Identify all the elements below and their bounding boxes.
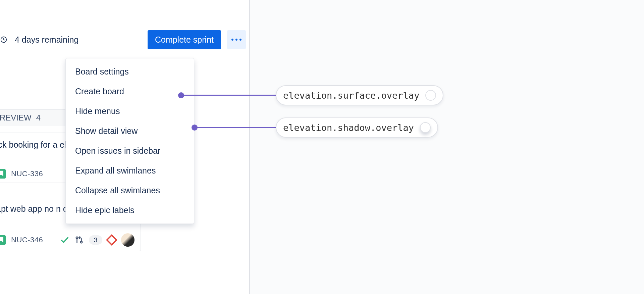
days-remaining: 4 days remaining bbox=[15, 35, 78, 45]
annotation-pointer-surface bbox=[181, 95, 276, 96]
menu-item-hide-menus[interactable]: Hide menus bbox=[66, 101, 194, 121]
menu-item-collapse-swimlanes[interactable]: Collapse all swimlanes bbox=[66, 181, 194, 200]
board-panel: 4 days remaining Complete sprint Board s… bbox=[0, 0, 250, 294]
column-count: 4 bbox=[36, 113, 41, 122]
token-chip-shadow-overlay: elevation.shadow.overlay bbox=[276, 117, 438, 138]
story-type-icon bbox=[0, 235, 6, 245]
menu-item-hide-epic-labels[interactable]: Hide epic labels bbox=[66, 200, 194, 220]
token-chip-surface-overlay: elevation.surface.overlay bbox=[276, 85, 443, 105]
token-label: elevation.surface.overlay bbox=[283, 90, 419, 101]
swatch-shadow-overlay bbox=[420, 122, 431, 133]
issue-key: NUC-336 bbox=[11, 169, 43, 178]
menu-item-expand-swimlanes[interactable]: Expand all swimlanes bbox=[66, 161, 194, 181]
swatch-surface-overlay bbox=[425, 90, 436, 101]
menu-item-board-settings[interactable]: Board settings bbox=[66, 62, 194, 82]
more-actions-button[interactable] bbox=[227, 30, 246, 49]
card-footer: NUC-346 3 bbox=[0, 233, 135, 247]
priority-highest-icon bbox=[106, 234, 117, 246]
clock-icon bbox=[0, 36, 7, 43]
board-actions-menu: Board settings Create board Hide menus S… bbox=[65, 58, 194, 224]
column-name: REVIEW bbox=[0, 113, 32, 122]
menu-item-create-board[interactable]: Create board bbox=[66, 82, 194, 101]
menu-item-show-detail-view[interactable]: Show detail view bbox=[66, 121, 194, 141]
story-type-icon bbox=[0, 169, 6, 179]
sprint-topbar: 4 days remaining Complete sprint bbox=[0, 30, 249, 50]
issue-key: NUC-346 bbox=[11, 236, 43, 244]
pull-request-icon bbox=[75, 236, 84, 244]
assignee-avatar[interactable] bbox=[121, 233, 135, 247]
done-check-icon bbox=[60, 235, 69, 245]
story-points: 3 bbox=[89, 235, 102, 245]
complete-sprint-button[interactable]: Complete sprint bbox=[148, 30, 221, 49]
token-label: elevation.shadow.overlay bbox=[283, 122, 414, 133]
more-icon bbox=[231, 39, 241, 41]
menu-item-open-issues-sidebar[interactable]: Open issues in sidebar bbox=[66, 141, 194, 161]
annotation-pointer-shadow bbox=[195, 127, 276, 128]
